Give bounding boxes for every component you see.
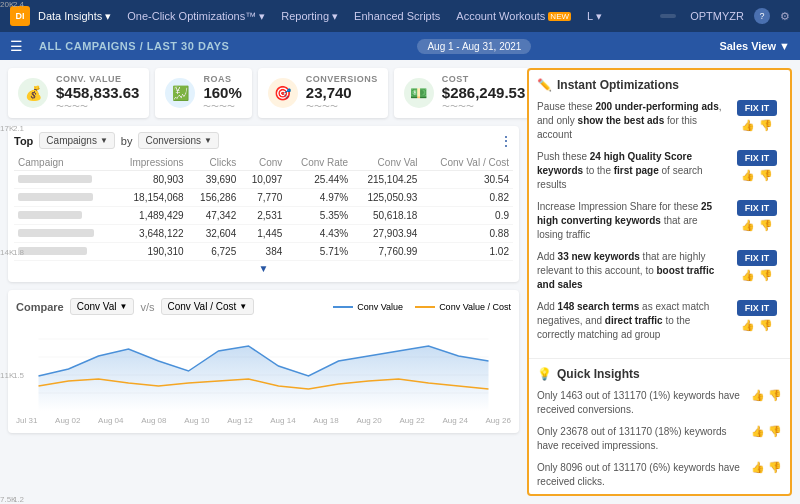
conversions-icon: 🎯 [268,78,298,108]
opt-item-text: Add 33 new keywords that are highly rele… [537,250,726,292]
conv-value-info: CONV. VALUE $458,833.63 〜〜〜〜 [56,74,139,112]
clicks-cell: 156,286 [188,189,241,207]
thumbs-up-button[interactable]: 👍 [741,319,755,332]
thumbs-up-button[interactable]: 👍 [741,269,755,282]
nav-data-insights[interactable]: Data Insights ▾ [38,10,111,23]
fix-it-button[interactable]: FIX IT [737,100,778,116]
conv-value-trend: 〜〜〜〜 [56,101,139,112]
conv-rate-cell: 5.71% [286,243,352,261]
chart-body: 20K 17K 14K 11K 7.5K [16,321,511,425]
col-conv[interactable]: Conv [240,155,286,171]
nav-right: OPTMYZR ? ⚙ [656,8,790,24]
nav-reporting[interactable]: Reporting ▾ [281,10,338,23]
chart-x-axis: Jul 31 Aug 02 Aug 04 Aug 08 Aug 10 Aug 1… [16,416,511,425]
table-row[interactable]: 18,154,068 156,286 7,770 4.97% 125,050.9… [14,189,513,207]
chart-right-metric[interactable]: Conv Val / Cost ▼ [161,298,255,315]
conv-cell: 1,445 [240,225,286,243]
conv-val-cost-cell: 1.02 [421,243,513,261]
chart-header: Compare Conv Val ▼ v/s Conv Val / Cost ▼… [16,298,511,315]
campaign-name-cell [14,171,114,189]
conv-rate-cell: 5.35% [286,207,352,225]
insight-thumbs-up[interactable]: 👍 [751,461,765,474]
fix-it-button[interactable]: FIX IT [737,250,778,266]
right-panel: ✏️ Instant Optimizations Pause these 200… [527,68,792,496]
table-section: Top Campaigns ▼ by Conversions ▼ ⋮ Campa… [8,126,519,282]
col-conv-val[interactable]: Conv Val [352,155,421,171]
thumbs-down-button[interactable]: 👎 [759,219,773,232]
conv-cell: 10,097 [240,171,286,189]
group-by-select[interactable]: Campaigns ▼ [39,132,115,149]
chart-left-metric[interactable]: Conv Val ▼ [70,298,135,315]
thumbs-up-button[interactable]: 👍 [741,169,755,182]
help-icon[interactable]: ? [754,8,770,24]
opt-item: Push these 24 high Quality Score keyword… [537,150,782,192]
quick-insights-title: 💡 Quick Insights [537,367,782,381]
main-content: 💰 CONV. VALUE $458,833.63 〜〜〜〜 💹 ROAS 16… [0,60,800,504]
insight-thumbs-up[interactable]: 👍 [751,425,765,438]
nav-l[interactable]: L ▾ [587,10,602,23]
settings-icon[interactable]: ⚙ [780,10,790,23]
cost-trend: 〜〜〜〜 [442,101,525,112]
thumbs-down-button[interactable]: 👎 [759,119,773,132]
insight-thumbs-down[interactable]: 👎 [768,461,782,474]
conv-val-cost-cell: 0.82 [421,189,513,207]
col-conv-val-cost[interactable]: Conv Val / Cost [421,155,513,171]
chart-section: Compare Conv Val ▼ v/s Conv Val / Cost ▼… [8,290,519,433]
table-options-icon[interactable]: ⋮ [499,133,513,149]
nav-one-click[interactable]: One-Click Optimizations™ ▾ [127,10,265,23]
roas-number: 160% [203,84,241,101]
thumbs-down-button[interactable]: 👎 [759,169,773,182]
table-expand-row[interactable]: ▼ [14,261,513,276]
opt-item: Add 148 search terms as exact match nega… [537,300,782,342]
insight-thumbs-up[interactable]: 👍 [751,389,765,402]
insight-text: Only 8096 out of 131170 (6%) keywords ha… [537,461,745,489]
campaign-name-cell [14,207,114,225]
conv-val-cell: 27,903.94 [352,225,421,243]
legend-yellow: Conv Value / Cost [415,302,511,312]
conv-cell: 2,531 [240,207,286,225]
metric-cost: 💵 COST $286,249.53 〜〜〜〜 [394,68,527,118]
quick-insights-section: 💡 Quick Insights Only 1463 out of 131170… [529,359,790,494]
opt-item: Add 33 new keywords that are highly rele… [537,250,782,292]
opt-item-actions: FIX IT 👍 👎 [732,250,782,282]
conversions-number: 23,740 [306,84,378,101]
table-row[interactable]: 190,310 6,725 384 5.71% 7,760.99 1.02 [14,243,513,261]
thumbs-up-button[interactable]: 👍 [741,119,755,132]
col-conv-rate[interactable]: Conv Rate [286,155,352,171]
conversions-label: CONVERSIONS [306,74,378,84]
fix-it-button[interactable]: FIX IT [737,150,778,166]
fix-it-button[interactable]: FIX IT [737,300,778,316]
fix-it-button[interactable]: FIX IT [737,200,778,216]
insight-thumbs-down[interactable]: 👎 [768,389,782,402]
col-clicks[interactable]: Clicks [188,155,241,171]
impressions-cell: 80,903 [114,171,188,189]
table-row[interactable]: 80,903 39,690 10,097 25.44% 215,104.25 3… [14,171,513,189]
nav-enhanced-scripts[interactable]: Enhanced Scripts [354,10,440,23]
thumbs-down-button[interactable]: 👎 [759,319,773,332]
nav-chip [660,14,676,18]
nav-account-workouts[interactable]: Account Workouts NEW [456,10,571,23]
vs-label: v/s [140,301,154,313]
insight-item: Only 1463 out of 131170 (1%) keywords ha… [537,389,782,417]
legend-blue-label: Conv Value [357,302,403,312]
table-row[interactable]: 3,648,122 32,604 1,445 4.43% 27,903.94 0… [14,225,513,243]
insight-actions: 👍 👎 [751,425,782,438]
conversions-trend: 〜〜〜〜 [306,101,378,112]
thumbs-up-button[interactable]: 👍 [741,219,755,232]
conv-cell: 7,770 [240,189,286,207]
impressions-cell: 190,310 [114,243,188,261]
opt-item-actions: FIX IT 👍 👎 [732,150,782,182]
impressions-cell: 18,154,068 [114,189,188,207]
col-impressions[interactable]: Impressions [114,155,188,171]
thumbs-down-button[interactable]: 👎 [759,269,773,282]
metric-conversions: 🎯 CONVERSIONS 23,740 〜〜〜〜 [258,68,388,118]
chart-legend: Conv Value Conv Value / Cost [333,302,511,312]
table-row[interactable]: 1,489,429 47,342 2,531 5.35% 50,618.18 0… [14,207,513,225]
conv-val-cell: 215,104.25 [352,171,421,189]
date-range-chip[interactable]: Aug 1 - Aug 31, 2021 [417,39,531,54]
opt-item-text: Pause these 200 under-performing ads, an… [537,100,726,142]
opt-item-actions: FIX IT 👍 👎 [732,200,782,232]
sales-view-button[interactable]: Sales View ▼ [719,40,790,52]
insight-thumbs-down[interactable]: 👎 [768,425,782,438]
metric-select[interactable]: Conversions ▼ [138,132,219,149]
